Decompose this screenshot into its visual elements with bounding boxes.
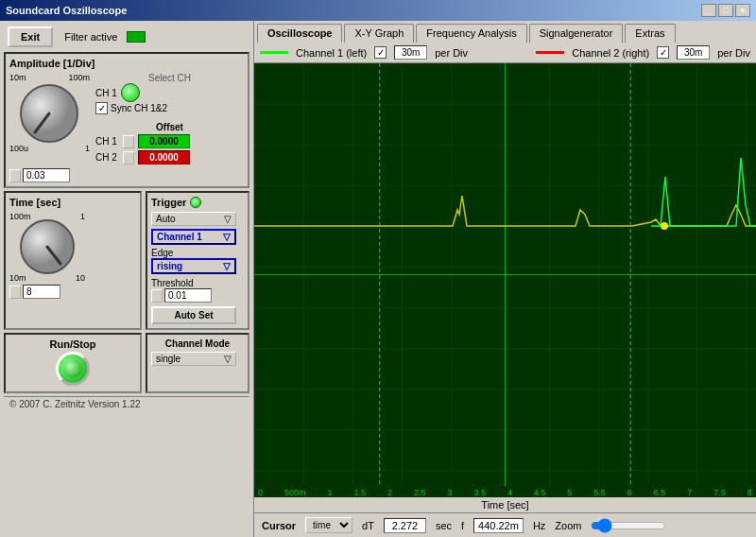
sync-checkbox[interactable]: ✓ <box>95 102 108 114</box>
amplitude-knob-svg[interactable] <box>16 80 82 147</box>
offset-ch1-scroll[interactable] <box>123 135 134 148</box>
run-stop-section: Run/Stop <box>4 333 142 393</box>
offset-title: Offset <box>95 122 244 132</box>
amp-value-input[interactable] <box>23 168 70 182</box>
zoom-slider[interactable] <box>591 518 666 533</box>
dt-label: dT <box>362 520 374 531</box>
time-value-row <box>9 285 136 299</box>
amplitude-section: Amplitude [1/Div] 10m 100m 100u 1 <box>4 52 249 188</box>
tick-7.5: 7.5 <box>713 488 726 497</box>
channel-bar: Channel 1 (left) ✓ per Div Channel 2 (ri… <box>254 43 756 63</box>
tab-signalgenerator[interactable]: Signalgenerator <box>529 24 624 43</box>
tick-2: 2 <box>387 488 392 497</box>
close-button[interactable]: × <box>735 4 750 17</box>
ch2-per-div-input[interactable] <box>677 45 710 60</box>
tick-5.5: 5.5 <box>593 488 606 497</box>
threshold-input[interactable] <box>164 288 212 303</box>
tick-6: 6 <box>627 488 632 497</box>
sync-check[interactable]: ✓ Sync CH 1&2 <box>95 102 244 114</box>
tick-500m: 500m <box>284 488 306 497</box>
channel-mode-value: single <box>156 354 180 364</box>
sync-label: Sync CH 1&2 <box>111 103 167 113</box>
tick-4: 4 <box>507 488 512 497</box>
time-knob-label-tr: 1 <box>80 212 85 221</box>
threshold-row <box>151 288 244 303</box>
trigger-mode-dropdown[interactable]: Auto ▽ <box>151 212 236 226</box>
ch1-per-div-label: per Div <box>435 47 468 59</box>
title-bar: Soundcard Oszilloscope _ □ × <box>0 0 756 21</box>
trigger-header: Trigger <box>151 197 244 208</box>
ch1-indicator: CH 1 <box>95 83 244 102</box>
trigger-channel-dropdown[interactable]: Channel 1 ▽ <box>151 229 236 245</box>
offset-ch2-scroll[interactable] <box>123 151 134 165</box>
select-ch-section: Select CH CH 1 ✓ Sync CH 1&2 <box>95 73 244 114</box>
channel-mode-dropdown[interactable]: single ▽ <box>151 352 236 366</box>
offset-ch1-input[interactable] <box>138 134 190 148</box>
f-unit: Hz <box>533 520 545 531</box>
time-knob-container[interactable]: 100m 1 10m 10 <box>9 212 85 283</box>
zoom-label: Zoom <box>555 520 581 531</box>
ch2-line-indicator <box>536 51 564 54</box>
auto-set-button[interactable]: Auto Set <box>151 306 236 324</box>
ch2-checkbox[interactable]: ✓ <box>657 46 669 59</box>
exit-button[interactable]: Exit <box>8 26 53 47</box>
copyright-text: © 2007 C. Zeitnitz Version 1.22 <box>9 399 141 409</box>
threshold-scroll[interactable] <box>151 289 163 303</box>
run-stop-title: Run/Stop <box>9 338 136 350</box>
trigger-mode-value: Auto <box>156 214 176 224</box>
amp-right-panel: Select CH CH 1 ✓ Sync CH 1&2 Offset <box>95 73 244 165</box>
cursor-label: Cursor <box>262 520 296 531</box>
amp-value-row <box>9 168 244 182</box>
edge-arrow: ▽ <box>223 261 231 271</box>
window-title: Soundcard Oszilloscope <box>6 5 127 16</box>
cursor-bar: Cursor time dT 2.272 sec f 440.22m Hz Zo… <box>254 512 756 537</box>
offset-ch1-label: CH 1 <box>95 136 119 147</box>
tick-5: 5 <box>567 488 572 497</box>
ch1-checkbox[interactable]: ✓ <box>374 46 387 59</box>
svg-point-10 <box>661 222 668 230</box>
oscilloscope-display[interactable] <box>254 63 756 486</box>
offset-section: Offset CH 1 CH 2 <box>95 122 244 165</box>
channel-mode-arrow: ▽ <box>224 354 232 364</box>
filter-label: Filter active <box>64 31 117 43</box>
tab-extras[interactable]: Extras <box>625 24 675 43</box>
ch1-channel-label: Channel 1 (left) <box>296 47 367 59</box>
amp-scroll[interactable] <box>9 169 21 182</box>
time-knob-svg[interactable] <box>17 217 78 278</box>
tick-4.5: 4.5 <box>534 488 546 497</box>
run-stop-button[interactable] <box>56 352 90 386</box>
offset-ch2-label: CH 2 <box>95 152 119 163</box>
edge-dropdown[interactable]: rising ▽ <box>151 258 236 274</box>
tick-8: 8 <box>747 488 752 497</box>
run-stop-inner <box>63 359 82 378</box>
tab-oscilloscope[interactable]: Oscilloscope <box>257 24 342 43</box>
maximize-button[interactable]: □ <box>718 4 733 17</box>
time-trigger-row: Time [sec] 100m 1 10m 10 <box>4 191 249 330</box>
trigger-channel-arrow: ▽ <box>223 232 231 242</box>
ch1-text: CH 1 <box>95 88 117 98</box>
offset-ch2-row: CH 2 <box>95 150 244 165</box>
copyright-bar: © 2007 C. Zeitnitz Version 1.22 <box>4 396 249 411</box>
minimize-button[interactable]: _ <box>701 4 716 17</box>
ch1-line-indicator <box>260 51 288 54</box>
oscilloscope-svg <box>254 63 756 486</box>
tab-frequency-analysis[interactable]: Frequency Analysis <box>416 24 526 43</box>
offset-ch1-row: CH 1 <box>95 134 244 148</box>
main-container: Exit Filter active Amplitude [1/Div] 10m… <box>0 21 756 537</box>
ch1-led[interactable] <box>121 83 140 102</box>
channel-mode-title: Channel Mode <box>151 338 244 349</box>
amplitude-knob-container[interactable]: 10m 100m 100u 1 <box>9 73 90 153</box>
ch1-per-div-input[interactable] <box>394 45 427 60</box>
trigger-section: Trigger Auto ▽ Channel 1 ▽ Edge rising ▽… <box>146 191 249 330</box>
top-bar: Exit Filter active <box>4 25 249 49</box>
trigger-led <box>190 197 201 208</box>
tick-0: 0 <box>258 488 263 497</box>
time-scroll[interactable] <box>9 286 21 299</box>
offset-ch2-input[interactable] <box>138 150 190 165</box>
f-label: f <box>461 520 464 531</box>
cursor-type-dropdown[interactable]: time <box>305 517 352 533</box>
tab-xy-graph[interactable]: X-Y Graph <box>344 24 414 43</box>
time-value-input[interactable] <box>23 285 60 299</box>
time-axis-ticks: 0 500m 1 1.5 2 2.5 3 3.5 4 4.5 5 5.5 6 6… <box>254 486 756 497</box>
filter-indicator <box>127 31 146 43</box>
